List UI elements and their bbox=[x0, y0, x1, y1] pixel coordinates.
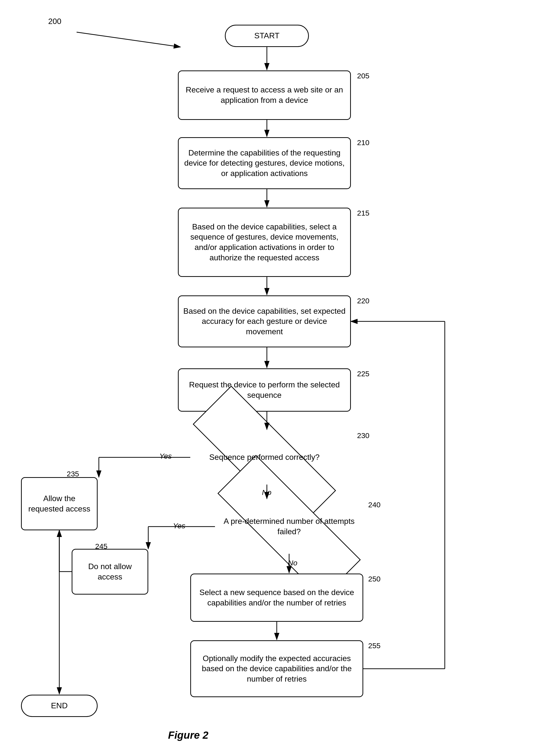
ref-205: 205 bbox=[357, 72, 369, 80]
node-215: Based on the device capabilities, select… bbox=[178, 208, 351, 277]
no-label-2: No bbox=[288, 559, 297, 567]
ref-215: 215 bbox=[357, 209, 369, 217]
node-255: Optionally modify the expected accuracie… bbox=[190, 640, 363, 697]
ref-210: 210 bbox=[357, 138, 369, 147]
node-235: Allow the requested access bbox=[21, 477, 98, 530]
svg-line-20 bbox=[77, 32, 180, 47]
end-node: END bbox=[21, 695, 98, 717]
node-240: A pre-determined number of attempts fail… bbox=[215, 500, 363, 554]
node-225: Request the device to perform the select… bbox=[178, 368, 351, 412]
ref-230: 230 bbox=[357, 431, 369, 440]
flowchart-diagram: 200 START Receive a request to access a … bbox=[0, 0, 533, 756]
yes-label-2: Yes bbox=[173, 522, 185, 530]
start-node: START bbox=[225, 25, 309, 47]
node-220: Based on the device capabilities, set ex… bbox=[178, 295, 351, 347]
node-210: Determine the capabilities of the reques… bbox=[178, 137, 351, 189]
ref-240: 240 bbox=[368, 500, 381, 509]
ref-255: 255 bbox=[368, 641, 381, 650]
ref-220: 220 bbox=[357, 297, 369, 305]
no-label-1: No bbox=[262, 488, 271, 497]
ref-225: 225 bbox=[357, 369, 369, 378]
ref-235: 235 bbox=[67, 470, 79, 478]
diagram-label: 200 bbox=[48, 17, 61, 26]
node-250: Select a new sequence based on the devic… bbox=[190, 574, 363, 622]
yes-label-1: Yes bbox=[159, 452, 172, 460]
ref-245: 245 bbox=[95, 542, 108, 551]
ref-250: 250 bbox=[368, 575, 381, 583]
node-205: Receive a request to access a web site o… bbox=[178, 70, 351, 120]
figure-caption: Figure 2 bbox=[168, 729, 208, 741]
node-245: Do not allow access bbox=[72, 549, 148, 595]
